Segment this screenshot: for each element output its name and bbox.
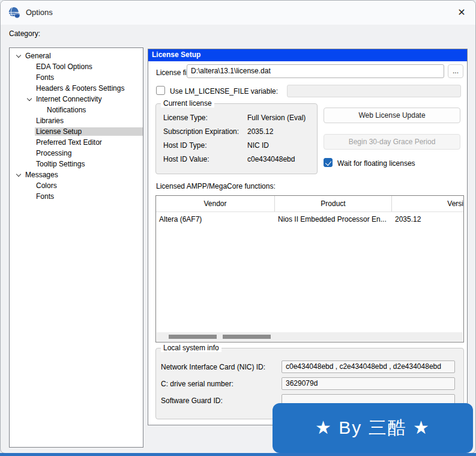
current-license-group: Current license License Type: Full Versi…: [155, 103, 318, 174]
watermark-badge: ★ By 三酷 ★: [273, 403, 473, 453]
sidebar-item-messages-colors[interactable]: Colors: [10, 180, 143, 191]
options-dialog: Options ✕ Category: General EDA Tool Opt…: [0, 0, 476, 454]
host-id-type-label: Host ID Type:: [163, 141, 206, 150]
web-license-update-button[interactable]: Web License Update: [324, 108, 460, 123]
sidebar-item-tooltip-settings[interactable]: Tooltip Settings: [10, 159, 143, 169]
host-id-type-value: NIC ID: [247, 141, 269, 150]
title-bar: Options ✕: [1, 1, 475, 25]
column-header-vendor[interactable]: Vendor: [156, 196, 275, 211]
drive-serial-label: C: drive serial number:: [161, 380, 233, 388]
subscription-expiration-label: Subscription Expiration:: [163, 127, 239, 136]
horizontal-scrollbar[interactable]: [157, 332, 463, 341]
close-icon[interactable]: ✕: [454, 5, 469, 20]
sidebar-item-libraries[interactable]: Libraries: [10, 115, 143, 126]
panel-title: License Setup: [148, 49, 467, 61]
chevron-down-icon[interactable]: [25, 99, 36, 100]
scrollbar-thumb[interactable]: [169, 335, 217, 339]
sidebar-item-messages[interactable]: Messages: [10, 169, 143, 180]
sidebar-item-processing[interactable]: Processing: [10, 148, 143, 159]
quartus-logo-icon: [8, 6, 21, 19]
lm-license-checkbox[interactable]: [156, 86, 165, 95]
sidebar-item-notifications[interactable]: Notifications: [10, 105, 143, 115]
sidebar-item-eda-tool-options[interactable]: EDA Tool Options: [10, 61, 143, 72]
software-guard-label: Software Guard ID:: [161, 397, 223, 405]
drive-serial-field[interactable]: 3629079d: [282, 377, 455, 390]
functions-table: Vendor Product Versi Altera (6AF7) Nios …: [155, 195, 464, 342]
sidebar-item-fonts[interactable]: Fonts: [10, 72, 143, 83]
sidebar-item-internet-connectivity[interactable]: Internet Connectivity: [10, 94, 143, 105]
grace-period-button[interactable]: Begin 30-day Grace Period: [324, 134, 460, 150]
wait-floating-label: Wait for floating licenses: [337, 159, 415, 168]
category-label: Category:: [9, 29, 40, 38]
license-file-input[interactable]: D:\altera\13.1\license.dat: [187, 64, 444, 78]
category-tree: General EDA Tool Options Fonts Headers &…: [9, 47, 143, 448]
sidebar-item-messages-fonts[interactable]: Fonts: [10, 191, 143, 202]
table-row[interactable]: Altera (6AF7) Nios II Embedded Processor…: [156, 212, 463, 226]
sidebar-item-preferred-text-editor[interactable]: Preferred Text Editor: [10, 137, 143, 148]
wait-floating-checkbox[interactable]: [324, 158, 333, 167]
license-setup-panel: License Setup License file: D:\altera\13…: [148, 49, 468, 425]
lm-license-label: Use LM_LICENSE_FILE variable:: [170, 87, 278, 96]
chevron-down-icon[interactable]: [14, 174, 25, 176]
license-type-value: Full Version (Eval): [247, 114, 306, 122]
local-system-info-title: Local system info: [161, 344, 221, 352]
chevron-down-icon[interactable]: [14, 55, 25, 57]
scrollbar-thumb[interactable]: [223, 335, 271, 339]
nic-id-field[interactable]: c0e434048ebd , c2e434048ebd , d2e434048e…: [282, 360, 455, 373]
browse-button[interactable]: ...: [448, 64, 463, 78]
host-id-value-label: Host ID Value:: [163, 155, 209, 163]
column-header-product[interactable]: Product: [275, 196, 392, 211]
current-license-title: Current license: [161, 99, 214, 108]
table-header-row: Vendor Product Versi: [156, 196, 463, 212]
license-type-label: License Type:: [163, 114, 208, 122]
background-window-edge: [0, 453, 476, 456]
column-header-version[interactable]: Versi: [392, 196, 463, 211]
subscription-expiration-value: 2035.12: [247, 127, 273, 136]
sidebar-item-headers-footers[interactable]: Headers & Footers Settings: [10, 83, 143, 94]
sidebar-item-license-setup[interactable]: License Setup: [10, 126, 143, 137]
host-id-value-value: c0e434048ebd: [247, 155, 295, 163]
window-title: Options: [26, 1, 53, 25]
functions-table-label: Licensed AMPP/MegaCore functions:: [156, 182, 276, 190]
nic-id-label: Network Interface Card (NIC) ID:: [161, 363, 265, 371]
sidebar-item-general[interactable]: General: [10, 50, 143, 61]
lm-license-input: [287, 85, 461, 97]
